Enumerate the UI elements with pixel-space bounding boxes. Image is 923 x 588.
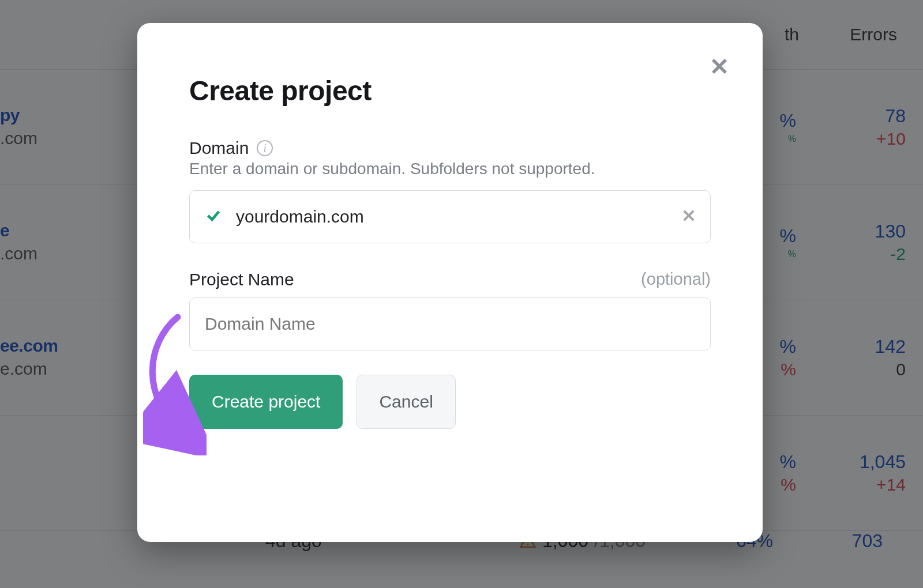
project-name-input[interactable] (189, 297, 711, 350)
project-name-optional: (optional) (641, 270, 711, 289)
domain-input-wrap (189, 190, 711, 243)
create-project-modal: Create project Domain i Enter a domain o… (137, 23, 763, 542)
domain-label: Domain (189, 138, 249, 158)
domain-input[interactable] (189, 190, 711, 243)
info-icon[interactable]: i (257, 140, 273, 156)
project-name-label-row: Project Name (optional) (189, 270, 711, 289)
cancel-button[interactable]: Cancel (357, 375, 455, 429)
close-icon (681, 208, 697, 224)
modal-title: Create project (189, 75, 711, 107)
clear-domain-button[interactable] (681, 208, 697, 226)
close-button[interactable] (699, 46, 740, 86)
project-name-label: Project Name (189, 270, 294, 289)
domain-hint: Enter a domain or subdomain. Subfolders … (189, 158, 711, 180)
create-project-button[interactable]: Create project (189, 375, 343, 429)
project-name-input-wrap (189, 297, 711, 350)
check-icon (205, 208, 222, 226)
domain-label-row: Domain i (189, 138, 711, 158)
modal-buttons: Create project Cancel (189, 375, 711, 429)
close-icon (708, 55, 730, 77)
